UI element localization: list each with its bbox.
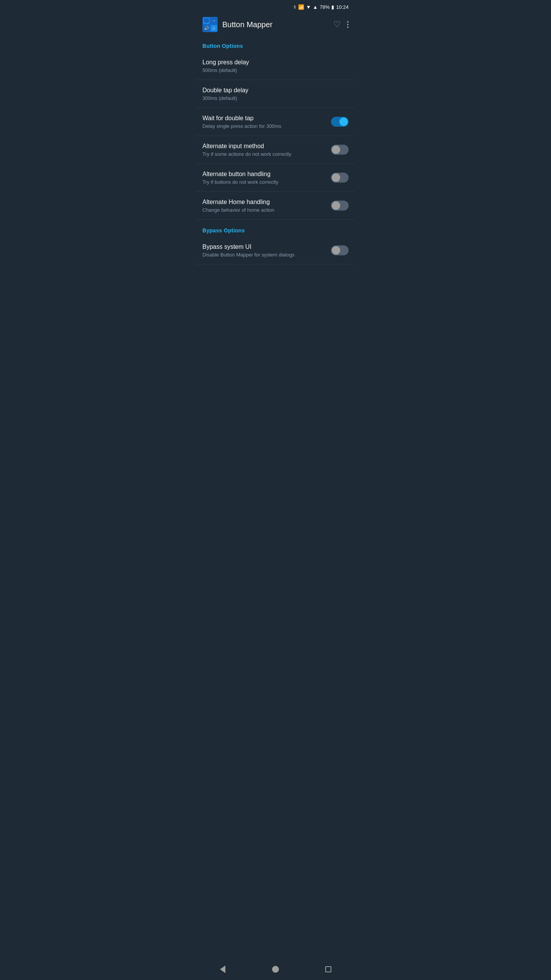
app-icon: → 🔊 ⌂ <box>202 17 218 32</box>
bypass-system-ui-text: Bypass system UI Disable Button Mapper f… <box>202 243 325 258</box>
double-tap-delay-text: Double tap delay 300ms (default) <box>202 87 349 101</box>
long-press-delay-item[interactable]: Long press delay 500ms (default) <box>196 52 355 80</box>
heart-icon[interactable]: ♡ <box>333 20 341 29</box>
more-vert-dot-3 <box>347 26 349 28</box>
alternate-home-handling-toggle-knob <box>332 201 340 210</box>
alternate-button-handling-title: Alternate button handling <box>202 171 325 178</box>
alternate-button-handling-item[interactable]: Alternate button handling Try if buttons… <box>196 164 355 191</box>
more-vert-dot-2 <box>347 24 349 25</box>
bypass-system-ui-subtitle: Disable Button Mapper for system dialogs <box>202 252 325 258</box>
wait-for-double-tap-item[interactable]: Wait for double tap Delay single press a… <box>196 108 355 136</box>
alternate-button-handling-text: Alternate button handling Try if buttons… <box>202 171 325 185</box>
status-bar: ⚕ 📶 ▼ ▲ 78% ▮ 10:24 <box>196 0 355 14</box>
alternate-input-method-text: Alternate input method Try if some actio… <box>202 143 325 157</box>
battery-icon: ▮ <box>331 4 334 10</box>
svg-text:⌂: ⌂ <box>212 26 215 30</box>
app-bar-actions: ♡ <box>333 20 349 29</box>
alternate-input-method-item[interactable]: Alternate input method Try if some actio… <box>196 136 355 163</box>
wait-for-double-tap-subtitle: Delay single press action for 300ms <box>202 123 325 129</box>
alternate-button-handling-subtitle: Try if buttons do not work correctly <box>202 179 325 185</box>
wait-for-double-tap-toggle[interactable] <box>331 117 349 127</box>
wait-for-double-tap-text: Wait for double tap Delay single press a… <box>202 115 325 129</box>
alternate-input-method-title: Alternate input method <box>202 143 325 150</box>
bypass-system-ui-title: Bypass system UI <box>202 243 325 250</box>
double-tap-delay-subtitle: 300ms (default) <box>202 95 349 101</box>
long-press-delay-text: Long press delay 500ms (default) <box>202 59 349 73</box>
app-bar: → 🔊 ⌂ Button Mapper ♡ <box>196 14 355 35</box>
app-title: Button Mapper <box>222 20 333 29</box>
wifi-icon: ▼ <box>306 4 311 10</box>
more-options-button[interactable] <box>347 21 349 28</box>
alternate-button-handling-toggle-knob <box>332 173 340 182</box>
long-press-delay-subtitle: 500ms (default) <box>202 67 349 73</box>
signal-icon: ▲ <box>313 4 318 10</box>
double-tap-delay-item[interactable]: Double tap delay 300ms (default) <box>196 80 355 108</box>
section-header-button-options: Button Options <box>196 35 355 52</box>
alternate-input-method-toggle[interactable] <box>331 145 349 155</box>
status-icons: ⚕ 📶 ▼ ▲ 78% ▮ 10:24 <box>293 4 349 10</box>
section-header-bypass-options: Bypass Options <box>196 220 355 237</box>
double-tap-delay-title: Double tap delay <box>202 87 349 94</box>
bypass-system-ui-toggle-knob <box>332 246 340 255</box>
wait-for-double-tap-title: Wait for double tap <box>202 115 325 122</box>
alternate-input-method-toggle-knob <box>332 145 340 154</box>
vibrate-icon: 📶 <box>298 4 304 10</box>
svg-text:→: → <box>212 18 216 23</box>
alternate-home-handling-toggle[interactable] <box>331 201 349 211</box>
bottom-spacer <box>196 265 355 286</box>
wait-for-double-tap-toggle-knob <box>339 118 348 126</box>
alternate-input-method-subtitle: Try if some actions do not work correctl… <box>202 151 325 157</box>
alternate-home-handling-text: Alternate Home handling Change behavior … <box>202 199 325 213</box>
svg-text:🔊: 🔊 <box>204 25 209 31</box>
bluetooth-icon: ⚕ <box>293 4 296 10</box>
alternate-home-handling-item[interactable]: Alternate Home handling Change behavior … <box>196 192 355 219</box>
bypass-system-ui-item[interactable]: Bypass system UI Disable Button Mapper f… <box>196 237 355 264</box>
long-press-delay-title: Long press delay <box>202 59 349 66</box>
alternate-home-handling-title: Alternate Home handling <box>202 199 325 206</box>
content: Button Options Long press delay 500ms (d… <box>196 35 355 286</box>
bypass-system-ui-toggle[interactable] <box>331 245 349 255</box>
svg-rect-2 <box>204 18 209 23</box>
alternate-home-handling-subtitle: Change behavior of home action <box>202 207 325 213</box>
clock: 10:24 <box>336 4 349 10</box>
more-vert-dot-1 <box>347 21 349 23</box>
battery-percent: 78% <box>320 4 329 10</box>
alternate-button-handling-toggle[interactable] <box>331 173 349 183</box>
